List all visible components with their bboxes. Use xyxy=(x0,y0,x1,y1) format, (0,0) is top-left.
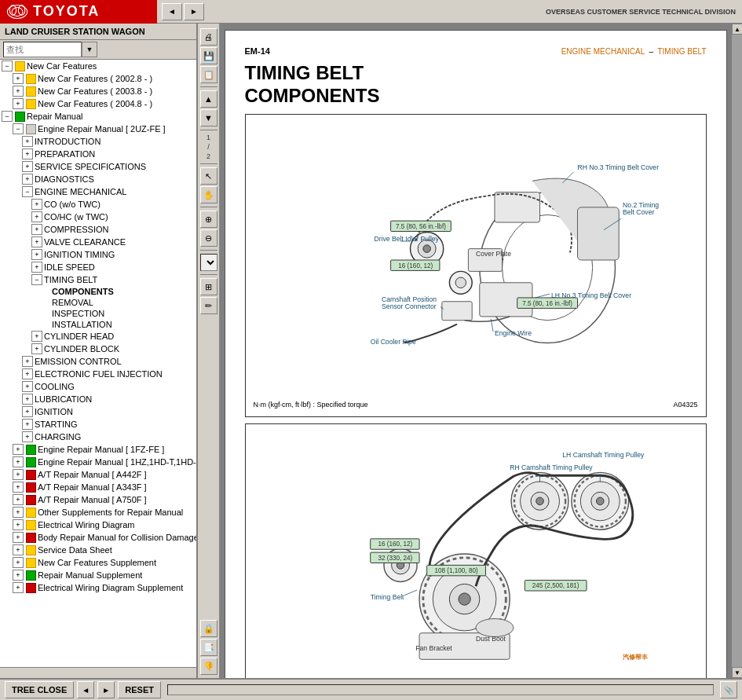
expander-engine-1hz[interactable]: + xyxy=(13,456,24,467)
tree-close-button[interactable]: TREE CLOSE xyxy=(5,681,74,698)
tree-item-idle-speed[interactable]: + IDLE SPEED xyxy=(0,261,196,273)
tree-item-repair-manual-supp[interactable]: + Repair Manual Supplement xyxy=(0,569,196,581)
expander-ncf-2004[interactable]: + xyxy=(13,98,24,109)
highlight-button[interactable]: ✏ xyxy=(200,297,217,314)
expander-preparation[interactable]: + xyxy=(22,148,33,159)
cursor-tool-button[interactable]: ↖ xyxy=(200,167,217,185)
expander-ncf-2002[interactable]: + xyxy=(13,73,24,84)
tree-item-engine-1fz[interactable]: + Engine Repair Manual [ 1FZ-FE ] xyxy=(0,443,196,456)
expander-body-repair[interactable]: + xyxy=(13,532,24,543)
bookmark-icon[interactable]: 📑 xyxy=(200,639,217,656)
tree-item-at-a750f[interactable]: + A/T Repair Manual [ A750F ] xyxy=(0,493,196,506)
bottom-nav-next[interactable]: ► xyxy=(97,681,115,698)
tree-item-ignition[interactable]: + IGNITION xyxy=(0,405,196,418)
expander-introduction[interactable]: + xyxy=(22,136,33,147)
tree-item-tb-components[interactable]: COMPONENTS xyxy=(0,286,196,297)
tree-item-timing-belt[interactable]: − TIMING BELT xyxy=(0,273,196,286)
tree-item-ncf-2004[interactable]: + New Car Features ( 2004.8 - ) xyxy=(0,97,196,110)
expander-charging[interactable]: + xyxy=(22,431,33,442)
tree-item-co-no-twc[interactable]: + CO (w/o TWC) xyxy=(0,198,196,211)
expander-ncf-supplement[interactable]: + xyxy=(13,557,24,568)
tree-item-new-car-features[interactable]: − New Car Features xyxy=(0,60,196,72)
paperclip-button[interactable]: 📎 xyxy=(720,681,737,698)
expander-cylinder-head[interactable]: + xyxy=(31,331,42,342)
tree-item-introduction[interactable]: + INTRODUCTION xyxy=(0,135,196,148)
expander-ignition[interactable]: + xyxy=(22,406,33,417)
zoom-select[interactable]: 68% xyxy=(200,254,217,271)
copy-button[interactable]: 📋 xyxy=(200,66,217,83)
tree-item-engine-1hz[interactable]: + Engine Repair Manual [ 1HZ,1HD-T,1HD-F xyxy=(0,456,196,468)
search-dropdown-button[interactable]: ▼ xyxy=(82,42,97,57)
tree-item-starting[interactable]: + STARTING xyxy=(0,418,196,431)
tree-item-ncf-supplement[interactable]: + New Car Features Supplement xyxy=(0,556,196,569)
tree-content[interactable]: − New Car Features + New Car Features ( … xyxy=(0,60,196,667)
expander-service-spec[interactable]: + xyxy=(22,161,33,172)
tree-item-body-repair[interactable]: + Body Repair Manual for Collision Damag… xyxy=(0,531,196,544)
expander-lubrication[interactable]: + xyxy=(22,394,33,405)
expander-co-twc[interactable]: + xyxy=(31,211,42,222)
tree-item-preparation[interactable]: + PREPARATION xyxy=(0,148,196,160)
hand-tool-button[interactable]: ✋ xyxy=(200,186,217,203)
expander-timing-belt[interactable]: − xyxy=(31,274,42,285)
expander-ignition-timing[interactable]: + xyxy=(31,249,42,260)
expander-efi[interactable]: + xyxy=(22,368,33,379)
tree-item-ncf-2003[interactable]: + New Car Features ( 2003.8 - ) xyxy=(0,85,196,97)
expander-electrical-wiring[interactable]: + xyxy=(13,519,24,530)
tree-item-at-a442f[interactable]: + A/T Repair Manual [ A442F ] xyxy=(0,468,196,481)
tree-item-tb-inspection[interactable]: INSPECTION xyxy=(0,308,196,319)
expander-emission-control[interactable]: + xyxy=(22,356,33,367)
thumbsdown-icon[interactable]: 👎 xyxy=(200,658,217,675)
nav-prev-button[interactable]: ◄ xyxy=(162,3,182,20)
expander-engine-mechanical[interactable]: − xyxy=(22,186,33,197)
expander-co-no-twc[interactable]: + xyxy=(31,199,42,210)
expander-at-a343f[interactable]: + xyxy=(13,482,24,493)
expander-repair-manual[interactable]: − xyxy=(2,111,13,122)
expander-starting[interactable]: + xyxy=(22,419,33,430)
tree-item-ncf-2002[interactable]: + New Car Features ( 2002.8 - ) xyxy=(0,72,196,85)
tree-item-service-spec[interactable]: + SERVICE SPECIFICATIONS xyxy=(0,160,196,173)
tree-item-electrical-wiring[interactable]: + Electrical Wiring Diagram xyxy=(0,519,196,531)
tree-item-repair-manual[interactable]: − Repair Manual xyxy=(0,110,196,123)
tree-item-emission-control[interactable]: + EMISSION CONTROL xyxy=(0,355,196,368)
tree-item-engine-mechanical[interactable]: − ENGINE MECHANICAL xyxy=(0,185,196,198)
zoom-in-button[interactable]: ⊕ xyxy=(200,211,217,228)
tree-item-valve-clearance[interactable]: + VALVE CLEARANCE xyxy=(0,236,196,248)
lock-icon[interactable]: 🔒 xyxy=(200,620,217,637)
save-button[interactable]: 💾 xyxy=(200,47,217,64)
expander-ew-supplement[interactable]: + xyxy=(13,582,24,593)
expander-cooling[interactable]: + xyxy=(22,381,33,392)
bottom-nav-prev[interactable]: ◄ xyxy=(77,681,94,698)
expander-at-a750f[interactable]: + xyxy=(13,494,24,505)
expander-service-data[interactable]: + xyxy=(13,544,24,555)
expander-valve-clearance[interactable]: + xyxy=(31,236,42,247)
expander-diagnostics[interactable]: + xyxy=(22,174,33,185)
scroll-down-button[interactable]: ▼ xyxy=(732,667,742,678)
zoom-out-button[interactable]: ⊖ xyxy=(200,229,217,247)
tree-item-service-data[interactable]: + Service Data Sheet xyxy=(0,544,196,556)
tree-item-lubrication[interactable]: + LUBRICATION xyxy=(0,393,196,405)
tree-item-charging[interactable]: + CHARGING xyxy=(0,431,196,443)
tree-item-tb-removal[interactable]: REMOVAL xyxy=(0,297,196,308)
nav-next-button[interactable]: ► xyxy=(184,3,204,20)
reset-button[interactable]: RESET xyxy=(118,681,161,698)
bottom-hscroll[interactable] xyxy=(167,684,714,695)
tree-item-compression[interactable]: + COMPRESSION xyxy=(0,223,196,236)
tree-item-cylinder-head[interactable]: + CYLINDER HEAD xyxy=(0,330,196,343)
expander-other-supplements[interactable]: + xyxy=(13,507,24,518)
expander-repair-manual-supp[interactable]: + xyxy=(13,570,24,581)
nav-down-button[interactable]: ▼ xyxy=(200,109,217,126)
expander-idle-speed[interactable]: + xyxy=(31,262,42,273)
pdf-view[interactable]: EM-14 ENGINE MECHANICAL – TIMING BELT TI… xyxy=(220,24,731,678)
tree-item-cooling[interactable]: + COOLING xyxy=(0,380,196,393)
tree-item-ew-supplement[interactable]: + Electrical Wiring Diagram Supplement xyxy=(0,581,196,594)
tree-item-tb-installation[interactable]: INSTALLATION xyxy=(0,319,196,330)
expander-ncf-2003[interactable]: + xyxy=(13,86,24,97)
tree-item-ignition-timing[interactable]: + IGNITION TIMING xyxy=(0,248,196,261)
expander-new-car-features[interactable]: − xyxy=(2,60,13,71)
tree-item-diagnostics[interactable]: + DIAGNOSTICS xyxy=(0,173,196,185)
tree-item-co-twc[interactable]: + CO/HC (w TWC) xyxy=(0,211,196,223)
expander-engine-1fz[interactable]: + xyxy=(13,444,24,455)
fit-button[interactable]: ⊞ xyxy=(200,278,217,295)
tree-item-at-a343f[interactable]: + A/T Repair Manual [ A343F ] xyxy=(0,481,196,493)
print-button[interactable]: 🖨 xyxy=(200,28,217,46)
